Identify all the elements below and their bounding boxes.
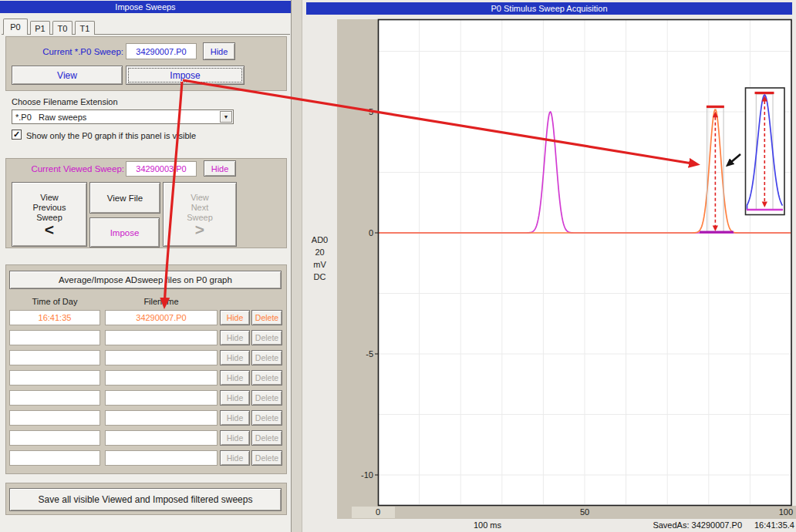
x-axis-strip-inset [352, 507, 395, 518]
row-filename-field: 34290007.P0 [105, 310, 218, 325]
view-next-sweep-label: View Next Sweep [187, 193, 213, 223]
row-hide-button[interactable]: Hide [220, 430, 250, 446]
hide-current-sweep-button[interactable]: Hide [203, 42, 235, 60]
view-button[interactable]: View [12, 66, 123, 85]
impose-table-rows: 16:41:3534290007.P0HideDeleteHideDeleteH… [9, 310, 282, 470]
channel-label: AD0 20 mV DC [302, 234, 337, 283]
viewed-sweep-value: 34290003.P0 [126, 161, 197, 177]
tab-p0[interactable]: P0 [3, 19, 28, 35]
impose-table-row: HideDelete [9, 410, 282, 426]
tab-t0[interactable]: T0 [52, 21, 73, 35]
panel-divider[interactable] [291, 0, 302, 532]
row-time-field [9, 390, 100, 406]
row-filename-field [105, 410, 218, 426]
row-time-field [9, 370, 100, 386]
row-hide-button[interactable]: Hide [220, 450, 250, 466]
row-delete-button[interactable]: Delete [251, 310, 282, 325]
x-axis-strip [337, 506, 796, 519]
impose-viewed-button[interactable]: Impose [89, 217, 160, 247]
channel-name: AD0 [302, 234, 337, 246]
show-only-p0-checkbox[interactable]: ✓ [12, 130, 22, 140]
row-delete-button[interactable]: Delete [251, 370, 282, 386]
impose-table-row: HideDelete [9, 430, 282, 446]
channel-gain: 20 [302, 246, 337, 258]
row-delete-button[interactable]: Delete [251, 410, 282, 426]
view-file-button[interactable]: View File [89, 182, 160, 214]
row-time-field [9, 450, 100, 466]
tab-t1[interactable]: T1 [75, 21, 95, 35]
channel-units: mV [302, 258, 337, 271]
previous-arrow-icon: < [45, 223, 54, 237]
filename-extension-label: Choose Filename Extension [12, 97, 118, 106]
row-filename-field [105, 390, 218, 406]
show-only-p0-label: Show only the P0 graph if this panel is … [26, 131, 196, 140]
next-arrow-icon: > [195, 223, 204, 237]
view-previous-sweep-label: View Previous Sweep [33, 193, 66, 223]
impose-sweeps-titlebar: Impose Sweeps [0, 1, 291, 13]
current-sweep-label: Current *.P0 Sweep: [12, 47, 123, 56]
impose-table-row: HideDelete [9, 330, 282, 345]
tab-p1[interactable]: P1 [30, 21, 50, 35]
row-time-field [9, 350, 100, 365]
impose-table-row: HideDelete [9, 390, 282, 406]
save-all-button[interactable]: Save all visible Viewed and Imposed filt… [9, 488, 282, 511]
current-sweep-value: 34290007.P0 [126, 43, 197, 59]
impose-table-row: 16:41:3534290007.P0HideDelete [9, 310, 282, 325]
row-delete-button[interactable]: Delete [251, 390, 282, 406]
view-previous-sweep-button[interactable]: View Previous Sweep < [12, 182, 87, 247]
row-time-field [9, 330, 100, 345]
row-time-field [9, 430, 100, 446]
row-hide-button[interactable]: Hide [220, 370, 250, 386]
impose-sweeps-panel: Impose Sweeps P0 P1 T0 T1 Current *.P0 S… [0, 0, 291, 532]
impose-table-row: HideDelete [9, 350, 282, 365]
row-filename-field [105, 430, 218, 446]
impose-table-row: HideDelete [9, 370, 282, 386]
row-time-field [9, 410, 100, 426]
view-next-sweep-button[interactable]: View Next Sweep > [163, 182, 237, 247]
impose-table-row: HideDelete [9, 450, 282, 466]
y-axis-band [337, 19, 378, 506]
row-filename-field [105, 450, 218, 466]
row-time-field: 16:41:35 [9, 310, 100, 325]
average-impose-button[interactable]: Average/Impose ADsweep files on P0 graph [9, 271, 282, 289]
row-delete-button[interactable]: Delete [251, 350, 282, 365]
time-scale-label: 100 ms [464, 520, 511, 530]
filename-extension-dropdown[interactable]: *.P0 Raw sweeps ▼ [12, 109, 234, 124]
acquisition-titlebar: P0 Stimulus Sweep Acquisition [306, 2, 792, 15]
impose-button[interactable]: Impose [126, 66, 245, 85]
row-hide-button[interactable]: Hide [220, 350, 250, 365]
app-window: Impose Sweeps P0 P1 T0 T1 Current *.P0 S… [0, 0, 796, 532]
filename-extension-value: *.P0 Raw sweeps [12, 113, 86, 122]
hide-viewed-sweep-button[interactable]: Hide [204, 160, 236, 177]
timestamp-label: 16:41:35.4 [740, 520, 794, 530]
row-filename-field [105, 370, 218, 386]
row-delete-button[interactable]: Delete [251, 450, 282, 466]
dropdown-arrow-icon[interactable]: ▼ [220, 111, 232, 123]
channel-coupling: DC [302, 271, 337, 283]
row-delete-button[interactable]: Delete [251, 330, 282, 345]
column-header-filename: Filename [105, 297, 218, 306]
viewed-sweep-label: Current Viewed Sweep: [12, 164, 124, 173]
row-hide-button[interactable]: Hide [220, 310, 250, 325]
column-header-time: Time of Day [9, 297, 100, 306]
row-hide-button[interactable]: Hide [220, 390, 250, 406]
row-hide-button[interactable]: Hide [220, 330, 250, 345]
row-hide-button[interactable]: Hide [220, 410, 250, 426]
row-filename-field [105, 330, 218, 345]
saved-as-label: SavedAs: 34290007.P0 [639, 520, 742, 530]
row-filename-field [105, 350, 218, 365]
row-delete-button[interactable]: Delete [251, 430, 282, 446]
